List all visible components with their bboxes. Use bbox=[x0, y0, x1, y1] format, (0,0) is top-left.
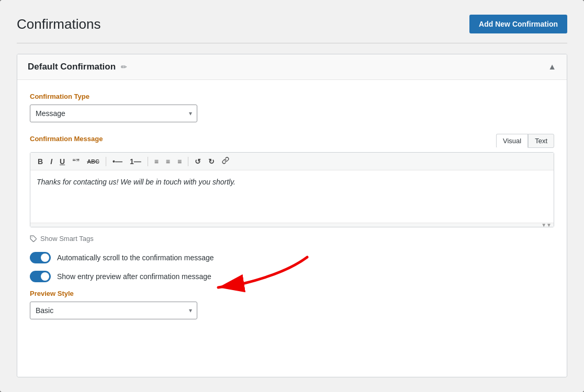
align-right-button[interactable]: ≡ bbox=[175, 156, 184, 167]
message-header-row: Confirmation Message Visual Text bbox=[30, 134, 554, 148]
auto-scroll-toggle[interactable] bbox=[30, 252, 51, 263]
auto-scroll-label: Automatically scroll to the confirmation… bbox=[57, 253, 214, 262]
preview-style-label: Preview Style bbox=[30, 290, 554, 297]
card-header: Default Confirmation ✏ ▲ bbox=[17, 54, 567, 80]
auto-scroll-row: Automatically scroll to the confirmation… bbox=[30, 252, 554, 263]
entry-preview-label: Show entry preview after confirmation me… bbox=[57, 272, 211, 281]
confirmation-type-wrapper: Message Page Redirect ▾ bbox=[30, 105, 197, 122]
resize-dots: ▼▼ bbox=[541, 222, 552, 228]
ordered-list-button[interactable]: 1— bbox=[128, 156, 143, 167]
editor-resize-handle[interactable]: ▼▼ bbox=[30, 223, 554, 227]
preview-style-wrapper: Basic Compact Detailed ▾ bbox=[30, 302, 197, 319]
bold-button[interactable]: B bbox=[36, 156, 45, 167]
page-title: Confirmations bbox=[17, 16, 100, 32]
editor-content[interactable]: Thanks for contacting us! We will be in … bbox=[30, 170, 554, 223]
visual-text-tabs: Visual Text bbox=[496, 134, 554, 148]
card-title: Default Confirmation bbox=[28, 62, 116, 72]
align-center-button[interactable]: ≡ bbox=[164, 156, 172, 167]
card-header-left: Default Confirmation ✏ bbox=[28, 62, 127, 72]
collapse-icon[interactable]: ▲ bbox=[548, 62, 556, 72]
toolbar-sep-3 bbox=[188, 157, 188, 166]
edit-icon[interactable]: ✏ bbox=[121, 63, 127, 71]
smart-tags-icon bbox=[30, 235, 37, 243]
undo-button[interactable]: ↺ bbox=[193, 156, 203, 167]
confirmation-message-label: Confirmation Message bbox=[30, 135, 103, 143]
strikethrough-button[interactable]: ABC bbox=[85, 157, 102, 166]
show-smart-tags-link[interactable]: Show Smart Tags bbox=[40, 235, 94, 243]
add-new-confirmation-button[interactable]: Add New Confirmation bbox=[469, 15, 567, 33]
preview-style-select[interactable]: Basic Compact Detailed bbox=[30, 302, 197, 319]
entry-preview-row: Show entry preview after confirmation me… bbox=[30, 271, 554, 282]
page-header: Confirmations Add New Confirmation bbox=[17, 15, 567, 33]
text-tab[interactable]: Text bbox=[528, 134, 554, 148]
entry-preview-toggle[interactable] bbox=[30, 271, 51, 282]
visual-tab[interactable]: Visual bbox=[496, 134, 528, 148]
link-button[interactable] bbox=[220, 156, 231, 167]
header-divider bbox=[17, 43, 567, 43]
toolbar-sep-2 bbox=[148, 157, 148, 166]
editor-container: B I U “” ABC •— 1— ≡ ≡ ≡ ↺ ↻ bbox=[30, 152, 554, 227]
main-window: Confirmations Add New Confirmation Defau… bbox=[0, 0, 584, 392]
card-body-inner: Confirmation Type Message Page Redirect … bbox=[30, 93, 554, 319]
card-body: Confirmation Type Message Page Redirect … bbox=[17, 80, 567, 345]
editor-text: Thanks for contacting us! We will be in … bbox=[37, 178, 235, 186]
unordered-list-button[interactable]: •— bbox=[110, 156, 125, 167]
redo-button[interactable]: ↻ bbox=[206, 156, 217, 167]
toolbar-sep-1 bbox=[106, 157, 106, 166]
editor-toolbar: B I U “” ABC •— 1— ≡ ≡ ≡ ↺ ↻ bbox=[30, 153, 554, 170]
italic-button[interactable]: I bbox=[48, 156, 54, 167]
confirmation-type-label: Confirmation Type bbox=[30, 93, 554, 100]
underline-button[interactable]: U bbox=[58, 156, 67, 167]
preview-style-section: Preview Style Basic Compact Detailed ▾ bbox=[30, 290, 554, 319]
confirmation-type-select[interactable]: Message Page Redirect bbox=[30, 105, 197, 122]
smart-tags-row: Show Smart Tags bbox=[30, 235, 554, 243]
confirmation-card: Default Confirmation ✏ ▲ Confirmation Ty… bbox=[17, 54, 567, 377]
blockquote-button[interactable]: “” bbox=[70, 156, 82, 167]
align-left-button[interactable]: ≡ bbox=[152, 156, 161, 167]
